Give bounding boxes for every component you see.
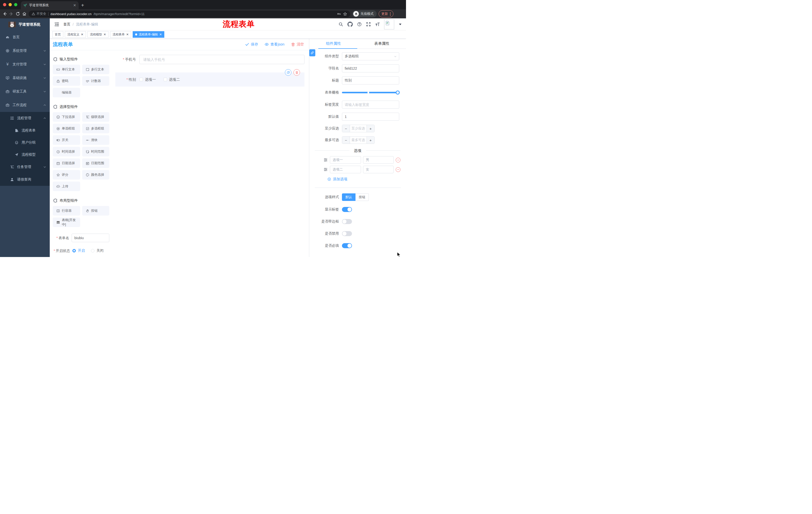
tab-component-props[interactable]: 组件属性 <box>309 39 358 49</box>
browser-menu-icon[interactable] <box>390 12 391 16</box>
help-icon[interactable] <box>357 22 362 27</box>
minus-button[interactable]: − <box>342 125 350 132</box>
minus-button[interactable]: − <box>342 137 350 143</box>
plus-button[interactable]: + <box>367 137 374 143</box>
style-default-button[interactable]: 默认 <box>342 193 355 201</box>
sidebar-item-workflow[interactable]: 工作流程 <box>0 98 50 112</box>
address-bar[interactable]: 不安全 dashboard.yudao.iocoder.cn/bpm/manag… <box>29 10 350 17</box>
component-chip-editor[interactable]: 编辑器 <box>53 88 80 97</box>
tag-close-icon[interactable]: ✕ <box>104 33 106 36</box>
component-chip-select[interactable]: 下拉选择 <box>53 112 80 122</box>
view-json-button[interactable]: 查看json <box>265 42 284 47</box>
tag-close-icon[interactable]: ✕ <box>126 33 128 36</box>
slider-track[interactable] <box>342 92 399 93</box>
field-name-input[interactable] <box>342 64 399 73</box>
reload-icon[interactable] <box>16 11 20 16</box>
sidebar-item-leave-query[interactable]: 请假查询 <box>0 173 50 186</box>
style-button-button[interactable]: 按钮 <box>355 193 369 201</box>
component-chip-time-range[interactable]: 时间范围 <box>82 147 110 156</box>
clear-button[interactable]: 清空 <box>291 42 304 47</box>
breadcrumb-home[interactable]: 首页 <box>63 22 70 27</box>
status-off-radio[interactable]: 关闭 <box>91 248 104 253</box>
tag-process-form[interactable]: 流程表单✕ <box>110 31 131 38</box>
sidebar-collapse-icon[interactable] <box>54 22 59 27</box>
search-icon[interactable] <box>339 22 343 27</box>
component-chip-button[interactable]: 按钮 <box>82 206 110 216</box>
component-chip-date-picker[interactable]: 日期选择 <box>53 158 80 168</box>
link-fab-button[interactable] <box>309 49 315 56</box>
min-select-value[interactable]: 至少应选 <box>350 125 367 132</box>
tab-form-props[interactable]: 表单属性 <box>358 39 406 49</box>
sidebar-logo[interactable]: 芋道管理系统 <box>0 18 50 30</box>
browser-tab[interactable]: 芋道管理系统 ✕ <box>21 1 79 9</box>
border-toggle[interactable] <box>342 219 352 224</box>
sidebar-item-system[interactable]: 系统管理 <box>0 44 50 58</box>
component-chip-multi-text[interactable]: 多行文本 <box>82 64 110 74</box>
disabled-toggle[interactable] <box>342 231 352 236</box>
component-chip-rate[interactable]: 评分 <box>53 170 80 180</box>
home-icon[interactable] <box>22 11 27 16</box>
sidebar-item-payment[interactable]: ¥ 支付管理 <box>0 58 50 71</box>
browser-update-button[interactable]: 更新 <box>379 10 394 17</box>
tag-home[interactable]: 首页 <box>52 31 63 38</box>
component-chip-password[interactable]: 密码 <box>53 76 80 86</box>
remove-option-button[interactable]: − <box>396 158 401 162</box>
drag-handle-icon[interactable] <box>323 167 328 172</box>
sidebar-item-process-form[interactable]: 流程表单 <box>0 125 50 137</box>
component-chip-row-container[interactable]: 行容器 <box>53 206 80 216</box>
component-chip-radio-group[interactable]: 单选框组 <box>53 124 80 133</box>
component-chip-table[interactable]: 表格[开发中] <box>53 218 80 227</box>
show-label-toggle[interactable] <box>342 207 352 212</box>
option1-label-input[interactable] <box>330 156 361 164</box>
component-chip-date-range[interactable]: 日期范围 <box>82 158 110 168</box>
component-chip-switch[interactable]: 开关 <box>53 135 80 145</box>
form-canvas[interactable]: 手机号 性别 选项一 选项二 <box>112 50 309 257</box>
label-width-input[interactable] <box>342 101 399 109</box>
slider-handle[interactable] <box>396 90 400 94</box>
option2-label-input[interactable] <box>330 166 361 173</box>
font-size-icon[interactable] <box>375 22 380 27</box>
sidebar-item-process-model[interactable]: 流程模型 <box>0 148 50 161</box>
canvas-field-gender-selected[interactable]: 性别 选项一 选项二 <box>115 73 304 86</box>
tag-close-icon[interactable]: ✕ <box>81 33 83 36</box>
phone-input[interactable] <box>140 55 304 64</box>
remove-option-button[interactable]: − <box>396 167 401 172</box>
gender-option1-checkbox[interactable]: 选项一 <box>140 77 156 82</box>
form-grid-slider[interactable] <box>342 88 399 97</box>
key-icon[interactable] <box>337 12 341 16</box>
drag-handle-icon[interactable] <box>323 158 328 162</box>
sidebar-item-task-mgmt[interactable]: 任务管理 <box>0 161 50 173</box>
sidebar-item-home[interactable]: 首页 <box>0 30 50 44</box>
component-chip-color-picker[interactable]: 颜色选择 <box>82 170 110 180</box>
sidebar-item-user-group[interactable]: 用户分组 <box>0 137 50 148</box>
component-chip-single-text[interactable]: 单行文本 <box>53 64 80 74</box>
component-chip-checkbox-group[interactable]: 多选框组 <box>82 124 110 133</box>
save-button[interactable]: 保存 <box>245 42 258 47</box>
option2-value-input[interactable] <box>363 166 394 173</box>
gender-option2-checkbox[interactable]: 选项二 <box>164 77 180 82</box>
tag-process-form-edit[interactable]: 流程表单-编辑✕ <box>133 31 164 38</box>
component-chip-slider[interactable]: 滑块 <box>82 135 110 145</box>
max-select-value[interactable]: 最多可选 <box>350 137 367 143</box>
fullscreen-icon[interactable] <box>366 22 371 27</box>
option1-value-input[interactable] <box>363 156 394 164</box>
minimize-window-button[interactable] <box>8 3 12 6</box>
github-icon[interactable] <box>347 22 353 27</box>
tab-close-icon[interactable]: ✕ <box>73 3 76 7</box>
canvas-field-phone[interactable]: 手机号 <box>115 55 304 64</box>
title-input[interactable] <box>342 77 399 84</box>
component-chip-cascader[interactable]: 级联选择 <box>82 112 110 122</box>
tag-process-model[interactable]: 流程模型✕ <box>87 31 109 38</box>
avatar[interactable] <box>384 19 394 29</box>
sidebar-item-devtools[interactable]: 研发工具 <box>0 85 50 98</box>
zoom-window-button[interactable] <box>14 3 17 6</box>
component-chip-time-picker[interactable]: 时间选择 <box>53 147 80 156</box>
delete-component-button[interactable] <box>293 69 300 76</box>
bookmark-star-icon[interactable] <box>343 12 347 16</box>
tag-process-definition[interactable]: 流程定义✕ <box>65 31 86 38</box>
component-chip-counter[interactable]: 计数器 <box>82 76 110 86</box>
form-name-input[interactable] <box>71 234 109 242</box>
close-window-button[interactable] <box>3 3 6 6</box>
add-option-button[interactable]: 添加选项 <box>309 177 406 182</box>
security-warning[interactable]: 不安全 <box>32 11 46 16</box>
